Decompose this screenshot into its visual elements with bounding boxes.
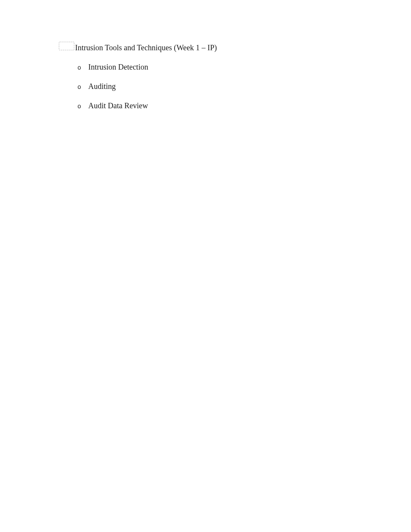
- list-item-level1: Intrusion Tools and Techniques (Week 1 –…: [59, 42, 372, 53]
- circle-bullet-icon: o: [77, 84, 88, 91]
- list-item-level2: o Intrusion Detection: [77, 62, 372, 72]
- list-item-text: Intrusion Tools and Techniques (Week 1 –…: [75, 43, 217, 53]
- circle-bullet-icon: o: [77, 65, 88, 72]
- document-page: Intrusion Tools and Techniques (Week 1 –…: [0, 0, 411, 111]
- list-item-level2: o Auditing: [77, 81, 372, 91]
- list-item-text: Auditing: [88, 81, 116, 91]
- list-item-text: Audit Data Review: [88, 101, 148, 111]
- bullet-icon: [59, 42, 74, 50]
- list-item-level2: o Audit Data Review: [77, 101, 372, 111]
- circle-bullet-icon: o: [77, 103, 88, 110]
- list-item-text: Intrusion Detection: [88, 62, 148, 72]
